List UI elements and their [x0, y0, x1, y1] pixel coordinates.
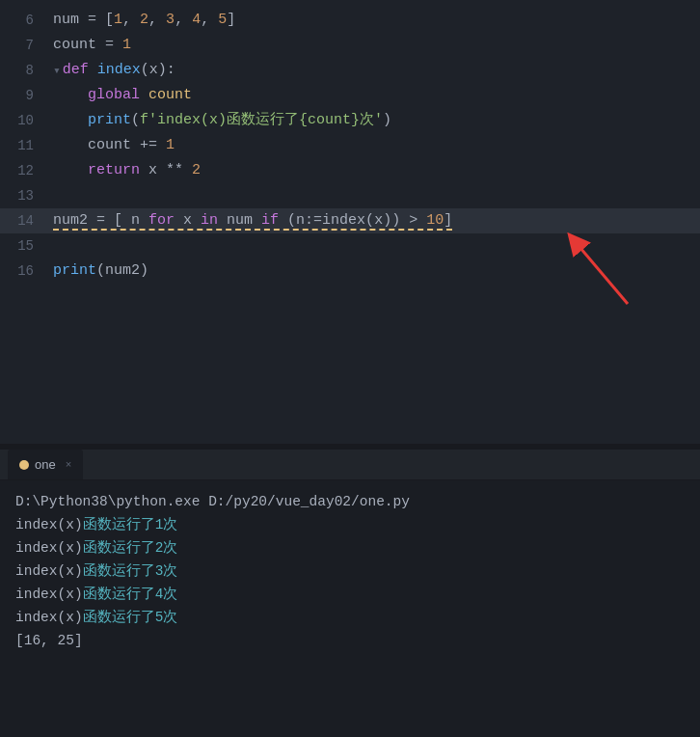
code-content-line-9: global count	[53, 83, 690, 108]
code-content-line-10: print(f'index(x)函数运行了{count}次')	[53, 108, 690, 133]
terminal-tab-label: one	[35, 457, 56, 472]
terminal-line-2: index(x)函数运行了2次	[15, 536, 685, 560]
code-line-8: 8▾def index(x):	[0, 58, 700, 83]
terminal-tab-one[interactable]: one ×	[8, 450, 83, 479]
squiggle-underline: num2 = [ n for x in num if (n:=index(x))…	[53, 212, 452, 231]
code-content-line-7: count = 1	[53, 33, 690, 58]
code-content-line-11: count += 1	[53, 133, 690, 158]
code-content-line-14: num2 = [ n for x in num if (n:=index(x))…	[53, 208, 690, 233]
line-number-16: 16	[0, 263, 53, 279]
editor-area: 6num = [1, 2, 3, 4, 5]7count = 18▾def in…	[0, 0, 700, 444]
code-line-6: 6num = [1, 2, 3, 4, 5]	[0, 8, 700, 33]
line-number-12: 12	[0, 163, 53, 178]
terminal-line-3: index(x)函数运行了3次	[15, 560, 685, 583]
line-number-6: 6	[0, 13, 53, 28]
code-line-10: 10 print(f'index(x)函数运行了{count}次')	[0, 108, 700, 133]
terminal-area: one × D:\Python38\python.exe D:/py20/vue…	[0, 450, 700, 737]
fold-indicator[interactable]: ▾	[53, 63, 61, 78]
code-line-13: 13	[0, 183, 700, 208]
terminal-line-5: index(x)函数运行了5次	[15, 606, 685, 629]
terminal-line-0: D:\Python38\python.exe D:/py20/vue_day02…	[15, 490, 685, 513]
code-line-12: 12 return x ** 2	[0, 158, 700, 183]
terminal-tab-bar: one ×	[0, 450, 700, 480]
line-number-9: 9	[0, 88, 53, 103]
terminal-content: D:\Python38\python.exe D:/py20/vue_day02…	[0, 480, 700, 737]
line-number-7: 7	[0, 38, 53, 53]
code-line-9: 9 global count	[0, 83, 700, 108]
code-line-11: 11 count += 1	[0, 133, 700, 158]
line-number-10: 10	[0, 113, 53, 128]
code-line-14: 14num2 = [ n for x in num if (n:=index(x…	[0, 208, 700, 233]
terminal-line-1: index(x)函数运行了1次	[15, 513, 685, 536]
terminal-tab-icon	[19, 460, 29, 470]
terminal-line-4: index(x)函数运行了4次	[15, 583, 685, 606]
code-content-line-16: print(num2)	[53, 259, 690, 284]
line-number-14: 14	[0, 213, 53, 229]
code-content-line-8: def index(x):	[63, 58, 690, 83]
line-number-15: 15	[0, 238, 53, 254]
code-content-line-12: return x ** 2	[53, 158, 690, 183]
line-number-13: 13	[0, 188, 53, 204]
code-line-7: 7count = 1	[0, 33, 700, 58]
code-line-16: 16print(num2)	[0, 259, 700, 284]
terminal-line-6: [16, 25]	[15, 629, 685, 652]
code-content-line-6: num = [1, 2, 3, 4, 5]	[53, 8, 690, 33]
line-number-8: 8	[0, 63, 53, 78]
line-number-11: 11	[0, 138, 53, 153]
terminal-tab-close[interactable]: ×	[66, 459, 72, 471]
code-line-15: 15	[0, 233, 700, 259]
